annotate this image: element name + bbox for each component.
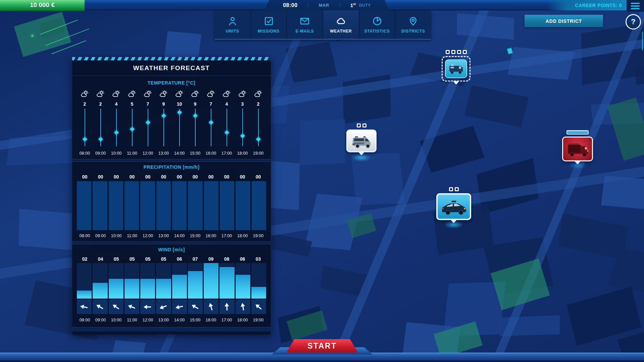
pie-chart-icon bbox=[372, 16, 383, 27]
precipitation-value: 00 bbox=[171, 172, 187, 181]
divider-dots-icon: ⋮ bbox=[338, 3, 342, 7]
wind-direction-arrow-icon bbox=[157, 301, 169, 313]
tab-missions[interactable]: MISSIONS bbox=[251, 10, 287, 39]
time-label: 11:00 bbox=[124, 315, 140, 325]
section-divider bbox=[72, 159, 271, 162]
temperature-value: 9 bbox=[156, 100, 171, 108]
wind-bar bbox=[236, 263, 250, 299]
temperature-section-title: TEMPERATURE [°C] bbox=[72, 78, 271, 88]
temperature-value: 4 bbox=[108, 100, 124, 108]
time-label: 09:00 bbox=[93, 148, 108, 159]
sun-behind-cloud-icon bbox=[128, 90, 137, 99]
time-label: 16:00 bbox=[203, 315, 219, 325]
tab-statistics[interactable]: STATISTICS bbox=[359, 10, 396, 39]
marker-police-car[interactable] bbox=[436, 187, 471, 223]
time-label: 17:00 bbox=[219, 315, 235, 325]
wind-values-row: 020405050505060709080603 bbox=[72, 255, 271, 263]
precipitation-bar bbox=[188, 181, 202, 230]
weather-condition-icon bbox=[171, 88, 187, 100]
fire-truck-icon bbox=[565, 140, 590, 158]
temperature-point bbox=[171, 108, 187, 148]
wind-direction-arrow-icon bbox=[94, 300, 106, 313]
precipitation-bar bbox=[109, 181, 123, 230]
marker-progress-bar bbox=[566, 130, 589, 135]
wind-time-axis: 08:0009:0010:0011:0012:0013:0014:0015:00… bbox=[72, 315, 271, 325]
temperature-value: 3 bbox=[235, 100, 250, 108]
temperature-value: 2 bbox=[250, 100, 266, 108]
panel-bottom-border bbox=[72, 327, 271, 331]
weather-condition-icon bbox=[219, 88, 235, 100]
precipitation-bar bbox=[204, 181, 218, 230]
time-label: 19:00 bbox=[250, 315, 266, 325]
time-label: 13:00 bbox=[156, 315, 171, 325]
wind-value: 09 bbox=[203, 255, 219, 263]
marker-glow bbox=[444, 221, 463, 228]
time-label: 14:00 bbox=[171, 315, 187, 325]
sun-behind-cloud-icon bbox=[238, 90, 247, 99]
time-label: 12:00 bbox=[140, 230, 156, 242]
temperature-point bbox=[140, 108, 156, 148]
time-label: 18:00 bbox=[235, 315, 250, 325]
month-label: MAR bbox=[319, 3, 329, 8]
time-label: 09:00 bbox=[93, 230, 108, 242]
wind-chart bbox=[72, 263, 271, 299]
time-label: 08:00 bbox=[77, 230, 93, 242]
temperature-point bbox=[219, 108, 235, 148]
wind-direction-arrow-icon bbox=[237, 301, 248, 312]
weather-condition-icon bbox=[156, 88, 171, 100]
temperature-value: 10 bbox=[171, 100, 187, 108]
wind-direction-arrow-icon bbox=[222, 302, 232, 312]
sun-behind-cloud-icon bbox=[96, 90, 105, 99]
tab-emails[interactable]: E-MAILS bbox=[287, 10, 323, 39]
police-van-icon bbox=[447, 62, 465, 75]
temperature-value: 7 bbox=[203, 100, 219, 108]
time-label: 10:00 bbox=[108, 148, 124, 159]
wind-value: 05 bbox=[124, 255, 140, 263]
help-button[interactable]: ? bbox=[626, 14, 641, 30]
wind-direction-arrow-icon bbox=[189, 300, 202, 313]
tab-weather[interactable]: WEATHER bbox=[323, 10, 359, 39]
temperature-time-axis: 08:0009:0010:0011:0012:0013:0014:0015:00… bbox=[72, 148, 271, 159]
main-tab-bar: UNITS MISSIONS E-MAILS WEATHER STATISTIC… bbox=[215, 10, 431, 40]
police-car-icon bbox=[439, 197, 468, 216]
wind-value: 05 bbox=[156, 255, 171, 263]
divider-dots-icon: ⋮ bbox=[306, 3, 310, 7]
wind-value: 07 bbox=[187, 255, 203, 263]
precipitation-bar bbox=[252, 181, 266, 230]
weather-condition-icon bbox=[250, 88, 266, 100]
weather-condition-icon bbox=[140, 88, 156, 100]
checkbox-icon bbox=[263, 16, 274, 27]
wind-bar bbox=[172, 263, 187, 299]
start-button[interactable]: START bbox=[286, 339, 358, 353]
temperature-values-row: 2245791097432 bbox=[72, 100, 271, 108]
sun-behind-cloud-icon bbox=[254, 90, 263, 99]
duty-label: DUTY bbox=[359, 3, 371, 8]
clock: 08:00 bbox=[283, 2, 297, 8]
precipitation-value: 00 bbox=[250, 172, 266, 181]
temperature-value: 2 bbox=[77, 100, 93, 108]
wind-value: 06 bbox=[235, 255, 250, 263]
marker-transport-van[interactable] bbox=[346, 123, 377, 155]
add-district-button[interactable]: ADD DISTRICT bbox=[525, 15, 603, 27]
wind-bar bbox=[251, 263, 266, 299]
tab-units[interactable]: UNITS bbox=[215, 10, 251, 39]
wind-direction-cell bbox=[125, 300, 139, 314]
time-label: 15:00 bbox=[187, 148, 203, 159]
precipitation-bar bbox=[93, 181, 107, 230]
time-label: 10:00 bbox=[108, 315, 124, 325]
wind-direction-cell bbox=[188, 300, 203, 314]
wind-direction-cell bbox=[156, 300, 171, 314]
wind-value: 06 bbox=[171, 255, 187, 263]
sun-behind-cloud-icon bbox=[143, 90, 152, 99]
time-label: 15:00 bbox=[187, 315, 203, 325]
precipitation-value: 00 bbox=[140, 172, 156, 181]
time-label: 12:00 bbox=[140, 148, 156, 159]
sun-behind-cloud-icon bbox=[112, 90, 121, 99]
tab-districts[interactable]: DISTRICTS bbox=[395, 10, 431, 39]
wind-bar bbox=[93, 263, 107, 299]
marker-police-van-selected[interactable] bbox=[442, 50, 470, 85]
marker-fire-truck[interactable] bbox=[562, 130, 593, 164]
time-label: 11:00 bbox=[124, 230, 140, 242]
hamburger-menu-button[interactable] bbox=[627, 0, 644, 12]
wind-bar bbox=[140, 263, 155, 299]
